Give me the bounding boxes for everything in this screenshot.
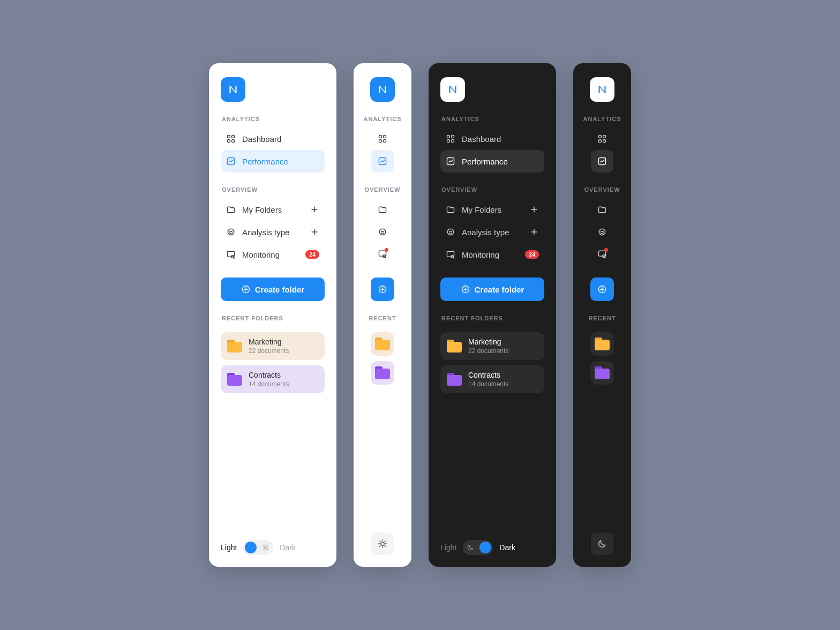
theme-toggle[interactable] <box>463 540 493 555</box>
theme-toggle-button[interactable] <box>591 532 613 555</box>
plus-circle-icon <box>378 284 387 294</box>
nav-dashboard[interactable] <box>371 128 394 150</box>
nav-analysis-type[interactable]: Analysis type <box>440 221 544 243</box>
section-label-recent: RECENT <box>588 315 616 321</box>
nav-my-folders[interactable]: My Folders <box>221 198 325 221</box>
section-label-recent: RECENT FOLDERS <box>222 315 324 321</box>
nav-label: Monitoring <box>242 250 280 259</box>
create-folder-button[interactable] <box>590 278 614 301</box>
grid-icon <box>597 134 607 144</box>
nav-analysis-type[interactable] <box>591 221 613 243</box>
recent-folder-marketing[interactable]: Marketing 22 documents <box>221 332 325 360</box>
nav-performance[interactable] <box>591 150 613 172</box>
nav-performance[interactable]: Performance <box>221 150 325 172</box>
analysis-icon <box>378 227 387 237</box>
recent-folder-contracts[interactable] <box>590 361 614 385</box>
folder-icon <box>227 340 242 352</box>
nav-analysis-type[interactable] <box>371 221 394 243</box>
recent-folder-marketing[interactable] <box>590 332 614 356</box>
analysis-icon <box>446 227 455 237</box>
folder-icon <box>378 205 387 214</box>
theme-switcher: Light Dark <box>440 540 544 555</box>
folder-name: Contracts <box>249 371 289 379</box>
sun-icon <box>378 539 387 549</box>
recent-folder-marketing[interactable] <box>371 332 394 356</box>
folder-icon <box>595 338 610 350</box>
notification-dot <box>385 248 388 252</box>
create-folder-button[interactable]: Create folder <box>221 278 325 301</box>
nav-monitoring[interactable]: Monitoring 24 <box>221 243 325 266</box>
theme-light-label: Light <box>440 543 456 552</box>
nav-dashboard[interactable]: Dashboard <box>440 128 544 150</box>
theme-light-label: Light <box>221 543 237 552</box>
recent-folder-contracts[interactable]: Contracts 14 documents <box>221 365 325 393</box>
folder-subtitle: 22 documents <box>468 347 508 355</box>
button-label: Create folder <box>475 285 524 294</box>
sidebar-dark-collapsed: ANALYTICS OVERVIEW RECENT <box>573 63 631 567</box>
section-label-analytics: ANALYTICS <box>364 116 402 122</box>
create-folder-button[interactable] <box>371 278 394 301</box>
folder-name: Marketing <box>249 338 289 346</box>
nav-performance[interactable]: Performance <box>440 150 544 172</box>
nav-label: Dashboard <box>242 134 281 144</box>
folder-icon <box>447 340 462 352</box>
folder-icon <box>375 338 390 350</box>
nav-analysis-type[interactable]: Analysis type <box>221 221 325 243</box>
plus-icon[interactable] <box>310 205 319 214</box>
nav-monitoring[interactable]: Monitoring 24 <box>440 243 544 266</box>
plus-icon[interactable] <box>529 227 539 237</box>
folder-icon <box>375 366 390 379</box>
recent-folder-contracts[interactable] <box>371 361 394 385</box>
sun-icon <box>262 544 269 551</box>
recent-folder-marketing[interactable]: Marketing 22 documents <box>440 332 544 360</box>
folder-subtitle: 14 documents <box>468 380 508 388</box>
folder-icon <box>446 205 455 214</box>
nav-my-folders[interactable] <box>371 198 394 221</box>
plus-icon[interactable] <box>310 227 319 237</box>
notification-dot <box>604 248 608 252</box>
chart-icon <box>446 156 455 166</box>
chart-icon <box>597 156 607 166</box>
folder-name: Contracts <box>468 371 508 379</box>
section-label-overview: OVERVIEW <box>584 186 620 193</box>
theme-toggle[interactable] <box>243 540 273 555</box>
recent-folder-contracts[interactable]: Contracts 14 documents <box>440 365 544 393</box>
plus-icon[interactable] <box>529 205 539 214</box>
nav-label: Dashboard <box>462 134 501 144</box>
app-logo <box>590 77 614 102</box>
monitor-icon <box>378 249 387 260</box>
chart-icon <box>226 156 236 166</box>
theme-toggle-button[interactable] <box>371 532 394 555</box>
nav-my-folders[interactable] <box>591 198 613 221</box>
create-folder-button[interactable]: Create folder <box>440 278 544 301</box>
folder-icon <box>227 373 242 386</box>
folder-name: Marketing <box>468 338 508 346</box>
nav-performance[interactable] <box>371 150 394 172</box>
nav-monitoring[interactable] <box>371 243 394 266</box>
folder-icon <box>447 373 462 386</box>
section-label-overview: OVERVIEW <box>222 186 324 193</box>
monitor-icon <box>597 249 607 260</box>
grid-icon <box>446 134 455 144</box>
theme-switcher: Light Dark <box>221 540 325 555</box>
theme-dark-label: Dark <box>280 543 296 552</box>
section-label-recent: RECENT <box>369 315 396 321</box>
nav-label: Analysis type <box>462 228 509 237</box>
folder-icon <box>595 366 610 379</box>
app-logo <box>440 77 465 102</box>
nav-dashboard[interactable]: Dashboard <box>221 128 325 150</box>
nav-my-folders[interactable]: My Folders <box>440 198 544 221</box>
section-label-overview: OVERVIEW <box>364 186 400 193</box>
plus-circle-icon <box>241 284 251 294</box>
section-label-analytics: ANALYTICS <box>222 116 324 122</box>
nav-label: Monitoring <box>462 250 499 259</box>
nav-monitoring[interactable] <box>591 243 613 266</box>
nav-label: Performance <box>242 157 288 166</box>
nav-dashboard[interactable] <box>591 128 613 150</box>
notification-badge: 24 <box>525 250 539 259</box>
sidebar-light-collapsed: ANALYTICS OVERVIEW RECENT <box>354 63 411 567</box>
app-logo <box>221 77 245 102</box>
section-label-recent: RECENT FOLDERS <box>441 315 543 321</box>
nav-label: My Folders <box>462 205 501 214</box>
nav-label: Analysis type <box>242 228 289 237</box>
